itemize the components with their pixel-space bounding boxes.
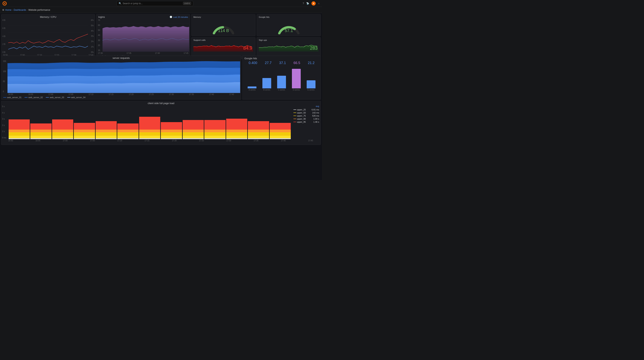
breadcrumb-dashboards[interactable]: Dashboards	[14, 9, 26, 11]
sign-ups-title: Sign ups	[259, 39, 267, 41]
logins-panel: logins 🕐 Last 20 minutes 70 60 50 40 30 …	[96, 14, 190, 59]
stacked-bar-4	[74, 105, 95, 139]
stacked-bar-8	[161, 105, 182, 139]
topbar: 🔍 Search or jump to... cmd+k ? 📡 A ∧	[0, 0, 322, 7]
stacked-bar-7	[139, 105, 160, 139]
breadcrumb-sep2: ›	[27, 9, 28, 11]
sign-ups-chart: 283	[259, 42, 319, 52]
stacked-bar-10	[204, 105, 226, 139]
d-series-col	[289, 69, 304, 88]
c-series-value: 37.1	[279, 61, 286, 65]
support-calls-value: 84.9	[243, 46, 252, 51]
stacked-bar-3	[52, 105, 73, 139]
search-bar[interactable]: 🔍 Search or jump to... cmd+k	[116, 1, 193, 6]
support-calls-title: Support calls	[194, 39, 206, 41]
client-chart-container: 5 s 4 s 3 s 2 s 1 s 0 ms	[1, 105, 321, 139]
server-y-axis: 150 100 50 0	[2, 60, 8, 93]
client-y-axis: 5 s 4 s 3 s 2 s 1 s 0 ms	[1, 105, 8, 139]
b-series-value: 27.7	[265, 61, 272, 65]
server-requests-chart	[8, 60, 240, 93]
stacked-bar-1	[8, 105, 30, 139]
navbar: ≡ Home › Dashboards › Website performanc…	[0, 7, 322, 13]
svg-text:114 B: 114 B	[218, 28, 229, 33]
a-series-bar	[248, 86, 256, 88]
google-hits-gauge-title: Google hits	[259, 16, 270, 18]
clock-icon: 🕐	[170, 16, 172, 18]
news-icon[interactable]: 📡	[306, 2, 309, 5]
c-series-bar	[277, 76, 286, 88]
e-series-bar	[307, 80, 316, 88]
row1: Memory / CPU 8 B 6 B 4 B 2 B 0 B	[1, 14, 321, 54]
y-axis-left: 8 B 6 B 4 B 2 B 0 B	[2, 19, 8, 54]
breadcrumb-home[interactable]: Home	[5, 9, 11, 11]
server-x-axis: 16:50 16:55 17:00 17:05 17:10 17:15 17:2…	[1, 93, 241, 96]
sign-ups-value: 283	[310, 46, 318, 51]
client-x-axis: 16:50 16:55 17:00 17:05 17:10 17:15 17:2…	[1, 139, 321, 142]
help-icon[interactable]: ?	[303, 2, 304, 5]
stacked-bar-13	[270, 105, 291, 139]
google-hits-bar-labels: A-series B-series C-series D-series E-se…	[242, 88, 321, 91]
breadcrumb-sep1: ›	[12, 9, 13, 11]
collapse-icon[interactable]: ∧	[318, 2, 320, 5]
client-page-load-panel: client side full page load 5 s 4 s 3 s 2…	[1, 101, 321, 145]
menu-button[interactable]: ≡	[2, 8, 4, 12]
dashboard-main: Memory / CPU 8 B 6 B 4 B 2 B 0 B	[0, 13, 322, 180]
client-avg-label: avg	[294, 105, 319, 107]
memory-cpu-title: Memory / CPU	[1, 14, 95, 19]
grafana-logo	[2, 1, 7, 6]
server-legend: web_server_01 web_server_02 web_server_0…	[1, 96, 241, 99]
b-series-col	[260, 78, 274, 88]
logins-x-axis: 17:30 17:35 17:40 17:45	[96, 52, 190, 54]
google-hits-bar-panel: Google hits 0.400 27.7 37.1 66.5 21.2	[242, 56, 321, 100]
memory-gauge-title: Memory	[194, 16, 201, 18]
topbar-right-icons: ? 📡 A	[303, 1, 316, 6]
time-badge: 🕐 Last 20 minutes	[170, 16, 188, 18]
b-series-bar	[262, 78, 271, 88]
y-axis-right: 6% 5% 4% 3% 2% 1% 0%	[88, 19, 94, 54]
legend-upper50: upper_50 142 ms	[294, 111, 319, 114]
server-requests-panel: server requests 150 100 50 0	[1, 56, 241, 100]
stacked-bar-11	[226, 105, 247, 139]
logins-y-axis: 70 60 50 40 30 20 10	[97, 19, 102, 52]
legend-upper25: upper_25 6.81 ms	[294, 108, 319, 111]
avatar[interactable]: A	[312, 1, 316, 6]
row2: server requests 150 100 50 0	[1, 56, 321, 100]
legend-upper75: upper_75 535 ms	[294, 114, 319, 117]
client-page-load-title: client side full page load	[1, 101, 321, 105]
stacked-bar-5	[96, 105, 117, 139]
breadcrumb-current: Website performance	[28, 9, 50, 11]
row3: client side full page load 5 s 4 s 3 s 2…	[1, 101, 321, 145]
google-hits-gauge-panel: Google hits 57.1	[257, 14, 321, 36]
client-bars-area	[8, 105, 292, 139]
a-series-col	[245, 86, 260, 88]
google-hits-values: 0.400 27.7 37.1 66.5 21.2	[242, 60, 321, 65]
google-hits-bars-area	[242, 65, 321, 88]
logins-title: logins	[98, 16, 170, 18]
logins-chart	[102, 19, 189, 52]
breadcrumb: Home › Dashboards › Website performance	[5, 9, 50, 11]
stacked-bar-12	[248, 105, 269, 139]
c-series-col	[274, 76, 289, 88]
svg-point-2	[4, 3, 5, 4]
d-series-bar	[292, 69, 301, 88]
google-hits-bar-title: Google hits	[242, 56, 321, 60]
client-right-legend: avg upper_25 6.81 ms upper_50 142	[292, 105, 321, 139]
server-requests-title: server requests	[1, 56, 241, 60]
d-series-value: 66.5	[294, 61, 300, 65]
e-series-col	[304, 80, 318, 88]
support-calls-chart: 84.9	[194, 42, 254, 52]
time-badge-label: Last 20 minutes	[173, 16, 188, 18]
search-shortcut: cmd+k	[183, 2, 191, 5]
memory-gauge-panel: Memory 114 B	[191, 14, 256, 36]
search-placeholder: Search or jump to...	[123, 2, 143, 5]
e-series-value: 21.2	[308, 61, 314, 65]
right-panels: Memory 114 B Google hits 57.1	[191, 14, 321, 59]
legend-upper95: upper_95 1.46 s	[294, 120, 319, 124]
a-series-value: 0.400	[248, 61, 257, 65]
search-icon: 🔍	[119, 2, 122, 5]
svg-text:57.1: 57.1	[284, 28, 293, 33]
stacked-bar-2	[30, 105, 51, 139]
legend-upper90: upper_90 1.04 s	[294, 117, 319, 120]
memory-gauge-svg: 114 B	[194, 19, 254, 34]
google-hits-gauge-svg: 57.1	[259, 19, 319, 34]
